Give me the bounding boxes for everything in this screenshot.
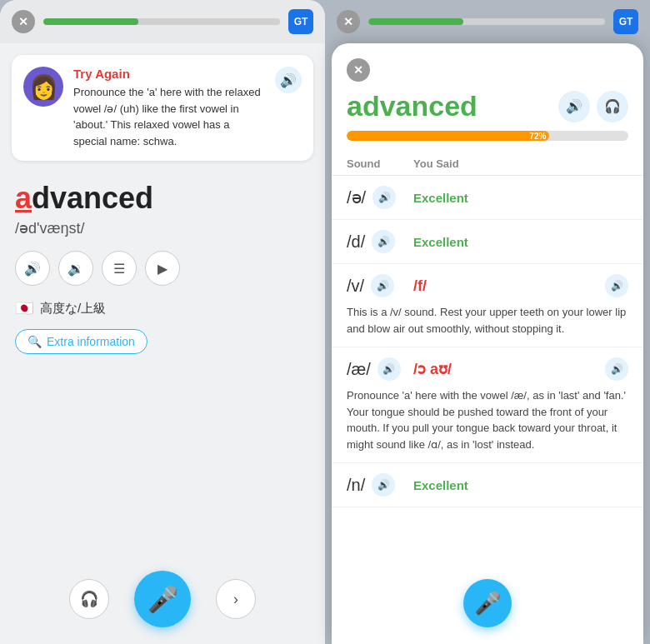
hearing-button[interactable]: 🎧 bbox=[69, 579, 109, 619]
search-icon: 🔍 bbox=[28, 335, 42, 348]
right-progress-fill bbox=[368, 18, 463, 25]
sound-cell: /v/ 🔊 bbox=[347, 274, 413, 297]
modal-speaker-button-2[interactable]: 🎧 bbox=[597, 91, 628, 122]
add-list-button[interactable]: ☰ bbox=[102, 251, 137, 286]
feedback-title: Try Again bbox=[73, 67, 265, 81]
next-button[interactable]: › bbox=[216, 579, 256, 619]
mic-icon: 🎤 bbox=[474, 591, 501, 617]
row-description: This is a /v/ sound. Rest your upper tee… bbox=[347, 304, 628, 337]
speaker-icon: 🔊 bbox=[377, 280, 389, 292]
row-speaker-button[interactable]: 🔊 bbox=[371, 274, 394, 297]
word-rest: dvanced bbox=[32, 181, 153, 215]
row-top: /n/ 🔊 Excellent bbox=[347, 473, 628, 497]
modal-progress-fill: 72% bbox=[347, 131, 549, 141]
modal-speaker-buttons: 🔊 🎧 bbox=[558, 91, 628, 122]
play-button[interactable]: ▶ bbox=[145, 251, 180, 286]
modal-header: ✕ advanced 🔊 🎧 72% bbox=[332, 43, 643, 152]
right-header: ✕ GT bbox=[325, 0, 650, 43]
row-top: /d/ 🔊 Excellent bbox=[347, 230, 628, 253]
result-label: Excellent bbox=[413, 191, 468, 205]
you-said-cell: /f/ 🔊 bbox=[413, 274, 628, 297]
row-speaker-button[interactable]: 🔊 bbox=[372, 230, 395, 253]
sound-cell: /d/ 🔊 bbox=[347, 230, 413, 253]
translation-row: 🇯🇵 高度な/上級 bbox=[15, 299, 310, 317]
feedback-card: 👩 Try Again Pronounce the 'a' here with … bbox=[12, 55, 313, 161]
modal-card: ✕ advanced 🔊 🎧 72% bbox=[332, 43, 643, 644]
wrong-speaker-button[interactable]: 🔊 bbox=[605, 357, 628, 381]
mic-icon: 🎤 bbox=[148, 585, 178, 614]
sound-cell: /n/ 🔊 bbox=[347, 473, 413, 497]
table-row: /d/ 🔊 Excellent bbox=[332, 220, 643, 264]
row-speaker-button[interactable]: 🔊 bbox=[372, 186, 396, 209]
speaker-icon: 🔊 bbox=[382, 363, 395, 375]
phoneme: /ə/ bbox=[347, 187, 366, 207]
right-panel: ✕ GT ✕ advanced 🔊 🎧 bbox=[325, 0, 650, 644]
row-top: /ə/ 🔊 Excellent bbox=[347, 186, 628, 209]
result-label: /ɔ aʊ/ bbox=[413, 360, 452, 378]
modal-word-row: advanced 🔊 🎧 bbox=[347, 90, 628, 122]
hearing-icon: 🎧 bbox=[80, 590, 98, 608]
wrong-speaker-button[interactable]: 🔊 bbox=[605, 274, 628, 297]
flag-icon: 🇯🇵 bbox=[15, 299, 33, 317]
feedback-body: Pronounce the 'a' here with the relaxed … bbox=[73, 84, 265, 149]
bottom-controls: 🎧 🎤 › bbox=[0, 571, 325, 627]
modal-speaker-button-1[interactable]: 🔊 bbox=[558, 91, 590, 122]
phoneme: /æ/ bbox=[347, 360, 371, 379]
you-said-cell: /ɔ aʊ/ 🔊 bbox=[413, 357, 628, 381]
mic-button[interactable]: 🎤 bbox=[134, 571, 191, 627]
you-said-cell: Excellent bbox=[413, 478, 628, 492]
avatar: 👩 bbox=[23, 67, 63, 107]
highlight-letter: a bbox=[15, 181, 32, 215]
modal-mic-button[interactable]: 🎤 bbox=[463, 579, 512, 627]
phoneme: /n/ bbox=[347, 476, 365, 495]
sound-cell: /ə/ 🔊 bbox=[347, 186, 413, 209]
action-buttons: 🔊 🔉 ☰ ▶ bbox=[15, 251, 310, 286]
phoneme: /v/ bbox=[347, 277, 364, 296]
word-section: advanced /əd'væŋst/ 🔊 🔉 ☰ ▶ 🇯🇵 高度な/上級 🔍 … bbox=[0, 172, 325, 354]
left-panel: ✕ GT 👩 Try Again Pronounce the 'a' here … bbox=[0, 0, 325, 644]
table-row: /ə/ 🔊 Excellent bbox=[332, 176, 643, 220]
right-close-button[interactable]: ✕ bbox=[337, 10, 360, 33]
right-progress-track bbox=[368, 18, 605, 25]
row-description: Pronounce 'a' here with the vowel /æ/, a… bbox=[347, 387, 628, 452]
result-label: Excellent bbox=[413, 478, 468, 492]
play-icon: ▶ bbox=[158, 261, 168, 277]
left-progress-fill bbox=[43, 18, 138, 25]
next-icon: › bbox=[233, 591, 238, 608]
speaker-icon: 🔊 bbox=[611, 363, 623, 375]
table-row: /n/ 🔊 Excellent bbox=[332, 463, 643, 507]
speaker-icon: 🔊 bbox=[378, 236, 390, 247]
left-progress-track bbox=[43, 18, 280, 25]
phoneme: /d/ bbox=[347, 232, 365, 252]
you-said-cell: Excellent bbox=[413, 191, 628, 205]
left-close-button[interactable]: ✕ bbox=[12, 10, 35, 33]
feedback-text: Try Again Pronounce the 'a' here with th… bbox=[73, 67, 265, 149]
speaker-icon: 🔊 bbox=[24, 261, 41, 277]
col-you-said-header: You Said bbox=[413, 157, 628, 170]
result-label: Excellent bbox=[413, 235, 468, 249]
sound-cell: /æ/ 🔊 bbox=[347, 357, 413, 381]
speaker-button[interactable]: 🔊 bbox=[15, 251, 50, 286]
you-said-cell: Excellent bbox=[413, 235, 628, 249]
extra-info-label: Extra information bbox=[47, 335, 135, 348]
slow-speaker-button[interactable]: 🔉 bbox=[58, 251, 93, 286]
row-speaker-button[interactable]: 🔊 bbox=[372, 473, 395, 497]
avatar-emoji: 👩 bbox=[23, 67, 63, 107]
speaker-icon: 🔊 bbox=[280, 72, 297, 88]
row-speaker-button[interactable]: 🔊 bbox=[378, 357, 401, 381]
extra-info-button[interactable]: 🔍 Extra information bbox=[15, 329, 148, 354]
speaker-icon: 🔊 bbox=[566, 98, 582, 114]
modal-close-button[interactable]: ✕ bbox=[347, 58, 370, 82]
speaker-icon: 🔊 bbox=[378, 192, 391, 203]
modal-word: advanced bbox=[347, 90, 478, 122]
translate-icon[interactable]: GT bbox=[288, 9, 313, 34]
right-translate-icon[interactable]: GT bbox=[613, 9, 638, 34]
translation-text: 高度な/上級 bbox=[40, 301, 106, 317]
modal-progress-label: 72% bbox=[529, 132, 546, 141]
row-top: /æ/ 🔊 /ɔ aʊ/ 🔊 bbox=[347, 357, 628, 381]
feedback-speaker-button[interactable]: 🔊 bbox=[275, 67, 302, 93]
left-header: ✕ GT bbox=[0, 0, 325, 43]
word-title: advanced bbox=[15, 181, 310, 216]
speaker-icon: 🔊 bbox=[611, 280, 623, 292]
slow-speaker-icon: 🔉 bbox=[68, 261, 84, 277]
